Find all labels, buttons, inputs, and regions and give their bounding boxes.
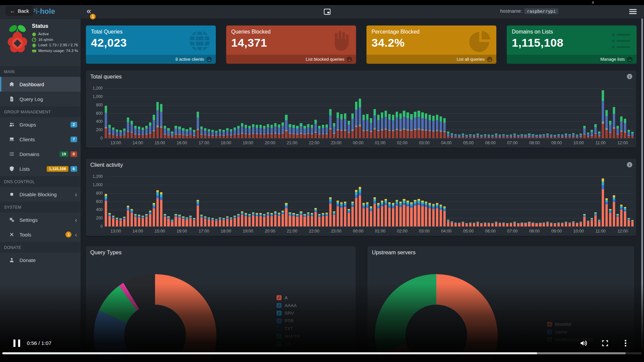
pause-button[interactable]	[13, 340, 20, 347]
legend-checkbox[interactable]: ✓	[277, 295, 282, 300]
sidebar-item-query-log[interactable]: Query Log	[0, 92, 81, 106]
stacked-bar	[267, 212, 269, 226]
stacked-bar	[197, 200, 199, 226]
stacked-bar	[532, 222, 534, 226]
sidebar-item-dashboard[interactable]: Dashboard	[0, 77, 81, 92]
stacked-bar	[539, 223, 541, 226]
menu-icon[interactable]	[629, 9, 637, 14]
stacked-bar	[300, 123, 302, 138]
stacked-bar	[366, 202, 368, 226]
legend-checkbox[interactable]: ✓	[277, 326, 282, 331]
status-row-1: 16 q/min	[32, 37, 78, 43]
sidebar-item-domains[interactable]: Domains 190	[0, 147, 81, 161]
stacked-bar	[274, 211, 277, 226]
stacked-bar	[602, 90, 604, 138]
legend-item-txt[interactable]: ✓TXT	[277, 325, 303, 332]
stacked-bar	[436, 203, 438, 226]
stacked-bar	[197, 112, 199, 138]
legend-checkbox[interactable]: ✓	[277, 303, 282, 308]
back-button[interactable]: ← Back	[5, 6, 34, 16]
sidebar-item-clients[interactable]: Clients 7	[0, 132, 81, 147]
stacked-bar	[429, 115, 431, 138]
sidebar-item-tools[interactable]: Tools 1‹	[0, 227, 81, 242]
stacked-bar	[517, 135, 519, 138]
ram-icon	[32, 49, 36, 52]
player-progress-bar[interactable]	[2, 352, 642, 354]
legend-checkbox[interactable]: ✓	[547, 322, 552, 327]
nav-label: Query Log	[19, 96, 43, 102]
legend-checkbox[interactable]: ✓	[277, 311, 282, 316]
picture-in-picture-icon[interactable]	[323, 8, 331, 16]
stacked-bar	[123, 128, 126, 138]
nav-section-group-management: GROUP MANAGEMENT	[0, 106, 81, 117]
legend-checkbox[interactable]: ✓	[277, 318, 282, 323]
legend-item-srv[interactable]: ✓SRV	[277, 309, 303, 317]
fullscreen-icon[interactable]	[601, 339, 609, 348]
stacked-bar	[267, 124, 269, 138]
stacked-bar	[495, 222, 497, 226]
stacked-bar	[131, 209, 133, 226]
stacked-bar	[292, 213, 295, 226]
stacked-bar	[396, 112, 398, 138]
stacked-bar	[462, 222, 464, 226]
chevron-left-icon: ‹	[75, 191, 77, 198]
legend-checkbox[interactable]: ✓	[547, 329, 552, 334]
info-icon[interactable]: i	[627, 74, 632, 79]
stacked-bar	[513, 222, 516, 226]
stacked-bar	[296, 126, 298, 138]
status-row-0: Active	[32, 31, 78, 37]
count-badge: 1,115,108	[47, 166, 68, 172]
card-title: Domains on Lists	[512, 29, 553, 35]
legend-item-aaaa[interactable]: ✓AAAA	[277, 302, 303, 309]
stacked-bar	[329, 109, 332, 138]
stacked-bar	[256, 125, 258, 138]
stacked-bar	[598, 132, 600, 138]
count-badge: 0	[70, 151, 77, 157]
tools-icon	[9, 231, 15, 238]
legend-item-ptr[interactable]: ✓PTR	[277, 317, 303, 325]
legend-item-blocklist[interactable]: ✓blocklist	[547, 320, 593, 328]
stacked-bar	[491, 135, 494, 138]
kebab-menu-icon[interactable]	[621, 339, 630, 348]
stacked-bar	[237, 126, 240, 138]
stacked-bar	[193, 218, 195, 226]
stacked-bar	[432, 204, 435, 226]
stacked-bar	[469, 134, 472, 138]
card-footer-link[interactable]: List blocked queries→	[226, 55, 356, 64]
stacked-bar	[406, 201, 409, 226]
stacked-bar	[557, 222, 560, 226]
sidebar: Status Active16 q/minLoad: 1.73 / 2.95 /…	[0, 18, 81, 362]
stacked-bar	[572, 133, 575, 138]
sidebar-item-donate[interactable]: Donate	[0, 253, 81, 267]
sidebar-item-lists[interactable]: Lists 1,115,1086	[0, 161, 81, 176]
status-title: Status	[32, 23, 48, 29]
stacked-bar	[454, 134, 457, 138]
card-footer-link[interactable]: List all queries→	[366, 55, 496, 64]
stacked-bar	[440, 116, 442, 138]
sidebar-item-groups[interactable]: Groups 2	[0, 117, 81, 132]
stacked-bar	[145, 214, 148, 226]
info-icon[interactable]: i	[627, 162, 632, 167]
card-footer-link[interactable]: 8 active clients→	[86, 55, 216, 64]
stacked-bar	[480, 135, 483, 138]
stacked-bar	[289, 124, 291, 138]
stacked-bar	[440, 205, 442, 226]
page-scrollbar[interactable]	[641, 18, 643, 354]
count-badge: 7	[70, 137, 77, 142]
stacked-bar	[348, 209, 350, 226]
y-axis-tick: 0	[87, 136, 103, 141]
scrollbar-thumb[interactable]	[641, 18, 643, 349]
stacked-bar	[447, 132, 449, 138]
legend-item-a[interactable]: ✓A	[277, 294, 303, 302]
stacked-bar	[616, 214, 619, 226]
volume-icon[interactable]	[580, 339, 588, 348]
card-footer-link[interactable]: Manage lists→	[507, 55, 637, 64]
legend-item-cache[interactable]: ✓cache	[547, 328, 593, 336]
sidebar-item-settings[interactable]: Settings ‹	[0, 212, 81, 227]
stacked-bar	[314, 120, 317, 138]
stacked-bar	[410, 114, 412, 138]
stacked-bar	[583, 214, 586, 226]
stacked-bar	[517, 223, 519, 226]
y-axis-tick: 1,200	[87, 174, 103, 179]
sidebar-item-disable-blocking[interactable]: Disable Blocking ‹	[0, 187, 81, 202]
